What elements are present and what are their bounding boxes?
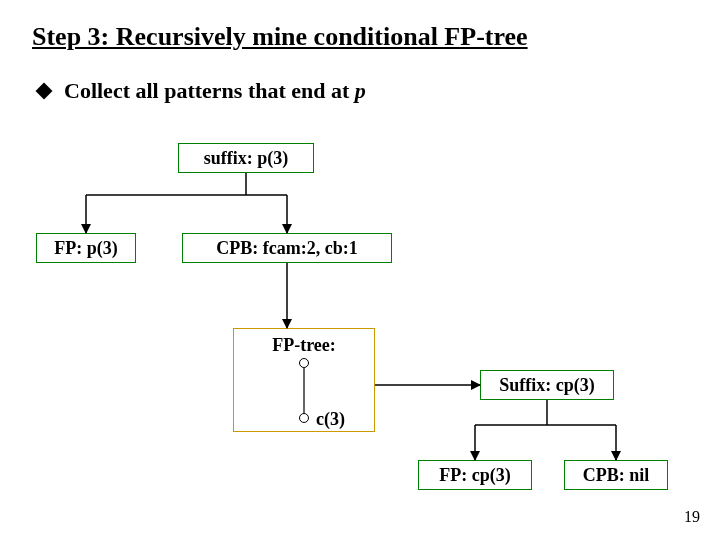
box-cpb-p: CPB: fcam:2, cb:1 — [182, 233, 392, 263]
box-fp-p: FP: p(3) — [36, 233, 136, 263]
box-suffix-p: suffix: p(3) — [178, 143, 314, 173]
fptree-c-node-icon — [299, 413, 309, 423]
box-cpb-nil: CPB: nil — [564, 460, 668, 490]
fptree-root-node-icon — [299, 358, 309, 368]
fptree-label: FP-tree: — [272, 335, 336, 356]
box-suffix-cp: Suffix: cp(3) — [480, 370, 614, 400]
bullet-prefix: Collect all patterns that end at — [64, 78, 355, 103]
c3-label: c(3) — [316, 409, 345, 430]
page-title: Step 3: Recursively mine conditional FP-… — [32, 22, 528, 52]
bullet-text: Collect all patterns that end at p — [64, 78, 366, 104]
diamond-bullet-icon — [36, 83, 53, 100]
page-number: 19 — [684, 508, 700, 526]
box-fp-cp: FP: cp(3) — [418, 460, 532, 490]
bullet-row: Collect all patterns that end at p — [38, 78, 366, 104]
slide-root: Step 3: Recursively mine conditional FP-… — [0, 0, 720, 540]
bullet-variable: p — [355, 78, 366, 103]
